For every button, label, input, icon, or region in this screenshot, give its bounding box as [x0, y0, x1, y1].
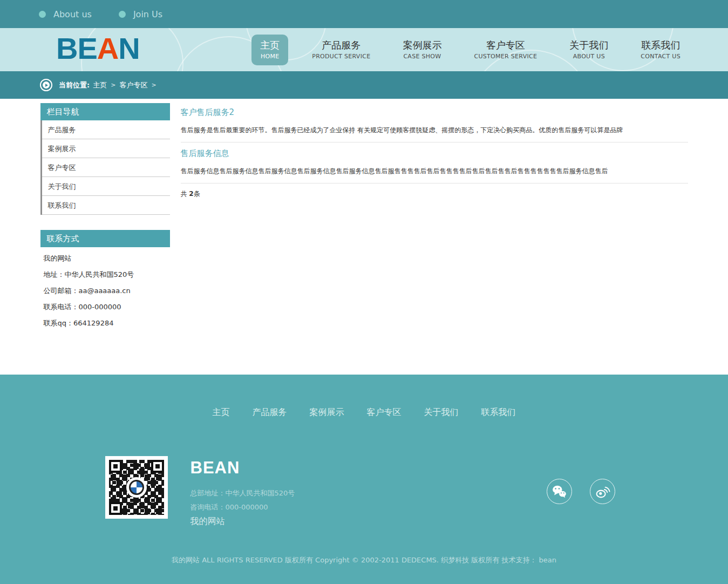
qr-finder-square: [109, 460, 122, 473]
result-count: 共 2条: [181, 189, 688, 199]
footer-nav-product-service[interactable]: 产品服务: [253, 407, 287, 418]
nav-label-en: HOME: [260, 52, 280, 61]
sidebar-nav-title: 栏目导航: [40, 103, 170, 120]
divider: [181, 142, 688, 142]
footer-nav-customer-service[interactable]: 客户专区: [367, 407, 402, 418]
nav-label-en: CASE SHOW: [403, 52, 441, 61]
footer-info-block: BEAN 总部地址：中华人民共和国520号 咨询电话：000-000000 我的…: [40, 456, 688, 527]
nav-item-product-service[interactable]: 产品服务 PRODUCT SERVICE: [303, 35, 379, 65]
footer-nav-case-show[interactable]: 案例展示: [310, 407, 344, 418]
sidebar-contact-title: 联系方式: [40, 230, 170, 247]
contact-email: 公司邮箱：aa@aaaaaa.cn: [44, 283, 170, 299]
qr-code-image: [105, 456, 168, 519]
play-triangle: [45, 84, 48, 87]
nav-label-en: ABOUT US: [569, 52, 608, 61]
logo-text-part: A: [97, 31, 118, 65]
sidebar-item-contact-us[interactable]: 联系我们: [42, 196, 170, 215]
footer-nav-about-us[interactable]: 关于我们: [424, 407, 459, 418]
content-area: 客户售后服务2 售后服务是售后最重要的环节。售后服务已经成为了企业保持 有关规定…: [181, 103, 688, 199]
nav-label-zh: 产品服务: [312, 39, 370, 52]
result-count-suffix: 条: [194, 190, 200, 198]
nav-label-en: CONTACT US: [641, 52, 681, 61]
nav-label-en: CUSTOMER SERVICE: [474, 52, 537, 61]
contact-qq: 联系qq：664129284: [44, 315, 170, 331]
site-footer: 主页 产品服务 案例展示 客户专区 关于我们 联系我们 BEAN 总部地址：中华…: [0, 375, 728, 584]
article-summary: 售后服务信息售后服务信息售后服务信息售后服务信息售后服务信息售后服售售售售后售后…: [181, 166, 688, 176]
topbar-item-label: Join Us: [133, 9, 162, 19]
weibo-icon[interactable]: [590, 479, 615, 504]
copyright-text: 我的网站 ALL RIGHTS RESERVED 版权所有 Copyright …: [0, 555, 728, 565]
breadcrumb: 当前位置: 主页 > 客户专区 >: [59, 80, 160, 90]
divider: [181, 183, 688, 184]
sidebar-contact-box: 联系方式 我的网站 地址：中华人民共和国520号 公司邮箱：aa@aaaaaa.…: [40, 230, 170, 331]
footer-nav-home[interactable]: 主页: [213, 407, 230, 418]
wechat-glyph: [550, 483, 568, 500]
nav-item-customer-service[interactable]: 客户专区 CUSTOMER SERVICE: [465, 35, 546, 65]
qr-center-logo: [126, 477, 147, 498]
sidebar-nav-list: 产品服务 案例展示 客户专区 关于我们 联系我们: [40, 120, 170, 215]
article-summary: 售后服务是售后最重要的环节。售后服务已经成为了企业保持 有关规定可使顾客摆脱疑虑…: [181, 125, 688, 135]
topbar-item-about-us[interactable]: About us: [39, 9, 92, 19]
sidebar-item-case-show[interactable]: 案例展示: [42, 139, 170, 158]
main-navigation: 主页 HOME 产品服务 PRODUCT SERVICE 案例展示 CASE S…: [236, 28, 689, 71]
nav-item-about-us[interactable]: 关于我们 ABOUT US: [561, 35, 617, 65]
footer-phone: 咨询电话：000-000000: [190, 500, 295, 514]
play-circle-disc: [43, 82, 50, 89]
main-area: 栏目导航 产品服务 案例展示 客户专区 关于我们 联系我们 联系方式 我的网站 …: [0, 99, 728, 375]
qr-finder-square: [151, 460, 164, 473]
contact-site-name: 我的网站: [44, 250, 170, 267]
breadcrumb-bar: 当前位置: 主页 > 客户专区 >: [0, 71, 728, 99]
nav-label-zh: 联系我们: [641, 39, 681, 52]
nav-label-en: PRODUCT SERVICE: [312, 52, 370, 61]
nav-label-zh: 关于我们: [569, 39, 608, 52]
top-utility-bar: About us Join Us: [0, 0, 728, 28]
footer-brand-text: BEAN: [190, 458, 295, 478]
nav-item-case-show[interactable]: 案例展示 CASE SHOW: [394, 35, 450, 65]
footer-site-name: 我的网站: [190, 516, 295, 527]
nav-item-contact-us[interactable]: 联系我们 CONTACT US: [632, 35, 689, 65]
result-count-prefix: 共: [181, 190, 189, 198]
sidebar-item-about-us[interactable]: 关于我们: [42, 177, 170, 196]
topbar-item-label: About us: [53, 9, 92, 19]
sidebar-nav-box: 栏目导航 产品服务 案例展示 客户专区 关于我们 联系我们: [40, 103, 170, 215]
article-title-link[interactable]: 客户售后服务2: [181, 107, 688, 118]
wechat-icon[interactable]: [547, 479, 572, 504]
topbar-item-join-us[interactable]: Join Us: [119, 9, 162, 19]
roundel-logo-icon: [129, 480, 144, 495]
breadcrumb-separator: >: [151, 82, 156, 89]
sidebar-item-customer-service[interactable]: 客户专区: [42, 158, 170, 177]
breadcrumb-separator: >: [111, 82, 115, 89]
breadcrumb-link-customer-service[interactable]: 客户专区: [119, 80, 147, 90]
footer-nav-contact-us[interactable]: 联系我们: [481, 407, 516, 418]
nav-item-home[interactable]: 主页 HOME: [251, 35, 288, 65]
footer-navigation: 主页 产品服务 案例展示 客户专区 关于我们 联系我们: [0, 375, 728, 418]
bullet-dot-icon: [119, 11, 126, 18]
nav-label-zh: 主页: [260, 39, 280, 52]
footer-social-icons: [529, 479, 615, 504]
breadcrumb-label: 当前位置:: [59, 80, 90, 90]
logo-text-part: N: [118, 31, 139, 65]
play-circle-icon: [40, 79, 52, 91]
bean-logo[interactable]: BEAN: [56, 31, 140, 66]
article-title-link[interactable]: 售后服务信息: [181, 148, 688, 159]
article-item: 客户售后服务2 售后服务是售后最重要的环节。售后服务已经成为了企业保持 有关规定…: [181, 107, 688, 142]
nav-label-zh: 案例展示: [403, 39, 441, 52]
sidebar-contact-lines: 我的网站 地址：中华人民共和国520号 公司邮箱：aa@aaaaaa.cn 联系…: [40, 247, 170, 331]
footer-brand-column: BEAN 总部地址：中华人民共和国520号 咨询电话：000-000000 我的…: [190, 456, 295, 527]
footer-address: 总部地址：中华人民共和国520号: [190, 486, 295, 500]
contact-phone: 联系电话：000-000000: [44, 299, 170, 315]
site-header: BEAN 主页 HOME 产品服务 PRODUCT SERVICE 案例展示 C…: [0, 28, 728, 71]
sidebar: 栏目导航 产品服务 案例展示 客户专区 关于我们 联系我们 联系方式 我的网站 …: [40, 103, 170, 331]
sidebar-item-product-service[interactable]: 产品服务: [42, 120, 170, 139]
result-count-number: 2: [189, 190, 193, 198]
weibo-glyph: [594, 483, 611, 500]
breadcrumb-link-home[interactable]: 主页: [93, 80, 107, 90]
qr-finder-square: [109, 502, 122, 515]
logo-text-part: BE: [56, 31, 97, 65]
bullet-dot-icon: [39, 11, 46, 18]
contact-address: 地址：中华人民共和国520号: [44, 267, 170, 283]
article-item: 售后服务信息 售后服务信息售后服务信息售后服务信息售后服务信息售后服务信息售后服…: [181, 148, 688, 184]
nav-label-zh: 客户专区: [474, 39, 537, 52]
